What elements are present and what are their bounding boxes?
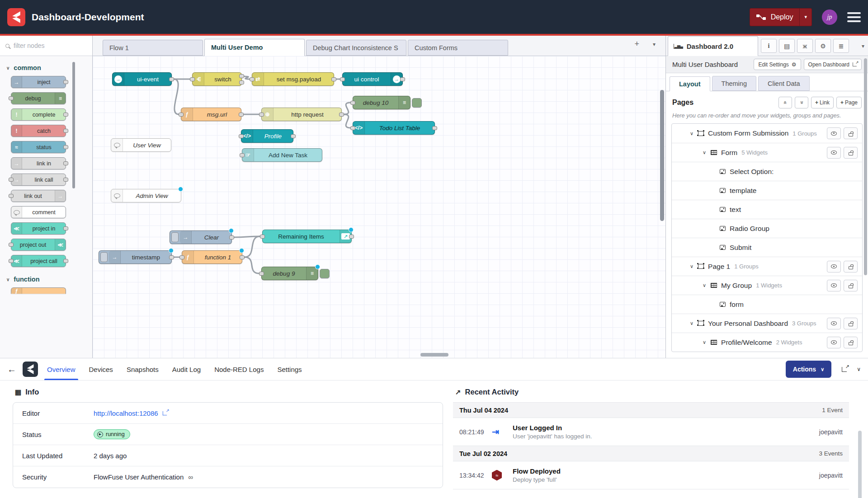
flow-node-debug-9[interactable]: debug 9≡ [261,267,318,280]
palette-node-link-in[interactable]: →link in [11,157,66,169]
editor-link[interactable]: http://localhost:12086 [94,409,167,417]
activity-event-row[interactable]: 13:34:42≈Flow DeployedDeploy type 'full'… [453,461,849,489]
flow-wire[interactable] [245,257,259,273]
flow-node-debug-10[interactable]: debug 10≡ [353,96,410,109]
flow-node-Profile[interactable]: </>Profile [241,129,293,143]
flow-node-set-msg.payload[interactable]: ⇄set msg.payload [252,72,334,86]
flow-tab-Multi-User-Demo[interactable]: Multi User Demo [204,39,305,56]
flow-wire[interactable] [174,79,179,114]
flow-node-http-request[interactable]: ⊕http request [261,108,342,121]
visibility-toggle-button[interactable] [827,127,841,139]
filter-nodes-input[interactable] [14,42,77,49]
user-avatar[interactable]: jp [822,9,837,25]
visibility-toggle-button[interactable] [827,280,841,291]
move-down-button[interactable]: « [795,97,808,108]
canvas-vertical-scrollbar[interactable] [660,90,664,221]
deploy-button[interactable]: Deploy ▾ [750,8,812,26]
tree-row-group[interactable]: ∨Profile/Welcome2 Widgets [672,333,862,352]
palette-node-project-in[interactable]: ≪project in [11,222,66,235]
flow-node-function-1[interactable]: ƒfunction 1 [182,250,242,264]
visibility-toggle-button[interactable] [827,318,841,329]
tree-row-widget[interactable]: Submit [672,238,862,257]
palette-node-link-out[interactable]: link out→ [11,190,66,202]
config-button[interactable]: ⚙ [815,39,831,53]
debug-button[interactable]: ж [797,39,813,53]
palette-node-status[interactable]: ≈status [11,141,66,153]
flow-node-Clear[interactable]: →Clear [170,230,232,244]
tree-row-page[interactable]: ∨Page 11 Groups [672,257,862,276]
instance-tab-overview[interactable]: Overview [47,358,75,380]
instance-tab-devices[interactable]: Devices [89,358,113,380]
flow-node-msg.url[interactable]: ƒmsg.url [181,108,241,121]
lock-toggle-button[interactable] [844,261,858,272]
instance-tab-snapshots[interactable]: Snapshots [127,358,159,380]
flow-node-Admin-View[interactable]: Admin View [111,189,181,202]
activity-scrollbar[interactable] [858,431,862,498]
tree-row-widget[interactable]: Radio Group [672,219,862,238]
palette-node-project-out[interactable]: project out≪ [11,239,66,251]
palette-section-common[interactable]: ∨ common [0,60,92,76]
tree-row-widget[interactable]: template [672,181,862,200]
chevron-down-icon[interactable]: ∨ [690,263,693,269]
lock-toggle-button[interactable] [844,127,858,139]
lock-toggle-button[interactable] [844,147,858,159]
collapse-panel-button[interactable]: ∨ [857,366,861,372]
palette-node-debug[interactable]: debug≡ [11,92,66,104]
actions-button[interactable]: Actions ∨ [786,361,831,378]
flow-wire[interactable] [244,76,250,79]
back-button[interactable]: ← [7,364,16,375]
open-editor-icon-button[interactable] [840,365,849,374]
docs-button[interactable]: ▤ [779,39,795,53]
palette-section-function[interactable]: ∨ function [0,271,92,287]
tab-layout[interactable]: Layout [670,76,710,91]
flow-canvas[interactable]: →ui-eventΨswitch⇄set msg.payloadui contr… [93,56,665,358]
info-button[interactable]: i [761,39,777,53]
visibility-toggle-button[interactable] [827,337,841,348]
add-link-button[interactable]: +Link [811,97,834,108]
inject-button[interactable] [100,252,108,262]
open-dashboard-button[interactable]: Open Dashboard [804,59,862,70]
main-menu-button[interactable] [847,12,861,22]
layers-button[interactable]: ≣ [833,39,849,53]
palette-node-project-call[interactable]: ≪project call [11,255,66,267]
activity-event-row[interactable]: 08:21:49⇥User Logged InUser 'joepavitt' … [453,418,849,446]
palette-search[interactable] [0,36,92,56]
move-up-button[interactable]: « [778,97,792,108]
palette-scrollbar[interactable] [72,62,75,188]
tab-theming[interactable]: Theming [712,76,756,91]
lock-toggle-button[interactable] [844,318,858,329]
flow-wire[interactable] [344,103,350,114]
palette-node-function[interactable]: ƒ [11,287,66,294]
flow-tab-Flow-1[interactable]: Flow 1 [103,40,203,56]
debug-toggle-button[interactable] [320,269,330,278]
tab-dashboard-2-0[interactable]: ▂▅▃ Dashboard 2.0 [668,36,758,56]
chevron-down-icon[interactable]: ∨ [690,131,693,136]
chevron-down-icon[interactable]: ∨ [703,282,706,288]
tree-row-group[interactable]: ∨My Group1 Widgets [672,276,862,295]
flow-wire[interactable] [234,236,260,237]
add-flow-button[interactable]: + [634,39,639,49]
deploy-button-main[interactable]: Deploy [750,13,800,21]
tree-row-group[interactable]: ∨Form5 Widgets [672,143,862,162]
flow-node-Add-New-Task[interactable]: ☞Add New Task [242,148,322,162]
flow-node-Remaining-Items[interactable]: Remaining Items↗ [262,230,352,243]
palette-node-complete[interactable]: !complete [11,108,66,121]
tab-client-data[interactable]: Client Data [758,76,810,91]
flow-wire[interactable] [245,236,260,257]
flow-wire[interactable] [344,114,350,128]
flow-tab-Custom-Forms[interactable]: Custom Forms [408,40,508,56]
palette-node-catch[interactable]: !catch [11,125,66,137]
sidebar-scrollbar[interactable] [864,58,867,275]
tree-row-page[interactable]: ∨Custom Form Submission1 Groups [672,124,862,143]
palette-node-comment[interactable]: comment [11,206,66,218]
flow-node-timestamp[interactable]: →timestamp [99,250,172,264]
flow-node-ui-control[interactable]: ui control→ [342,72,403,86]
tree-row-page[interactable]: ∨Your Personal Dashboard3 Groups [672,314,862,333]
tree-row-widget[interactable]: form [672,295,862,314]
chevron-down-icon[interactable]: ∨ [703,339,706,345]
deploy-options-caret[interactable]: ▾ [799,9,811,26]
lock-toggle-button[interactable] [844,280,858,291]
tree-row-widget[interactable]: text [672,200,862,219]
flow-node-switch[interactable]: Ψswitch [192,72,242,86]
lock-toggle-button[interactable] [844,337,858,348]
